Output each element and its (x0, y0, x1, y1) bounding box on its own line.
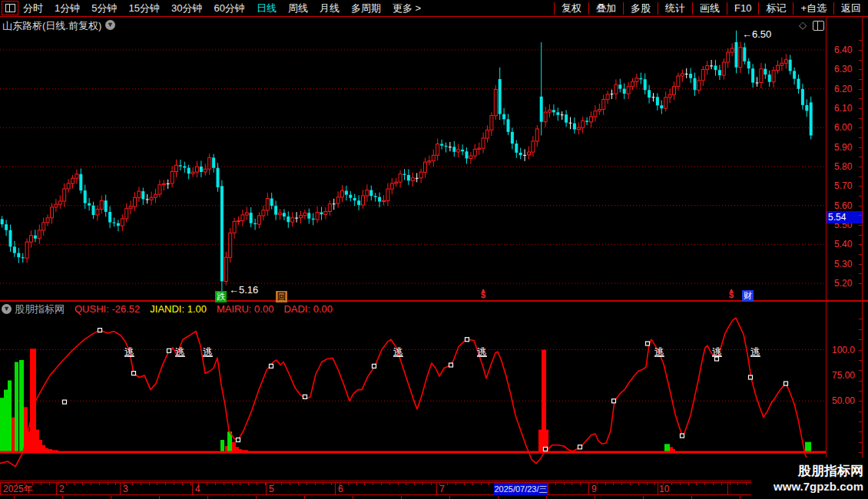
date-tick (713, 483, 714, 485)
date-label-5: 5 (269, 484, 274, 495)
bottom-tick (595, 496, 595, 499)
date-tick (356, 483, 357, 485)
svg-text:逃: 逃 (750, 346, 760, 358)
period-tab-1分钟[interactable]: 1分钟 (55, 2, 80, 15)
date-tick (638, 483, 639, 485)
price-tick (859, 196, 862, 197)
date-label-2: 2 (59, 484, 65, 495)
layout-icon-button[interactable] (2, 1, 18, 15)
date-tick (439, 483, 440, 485)
price-tick (859, 98, 862, 99)
period-tab-月线[interactable]: 月线 (320, 2, 340, 15)
panel-separator[interactable] (0, 300, 868, 302)
price-axis-label: 5.40 (834, 239, 852, 250)
date-label-4: 4 (195, 484, 200, 495)
layout-icon (5, 4, 15, 12)
price-tick (859, 147, 862, 148)
period-tab-30分钟[interactable]: 30分钟 (171, 2, 202, 15)
price-axis-label: 5.20 (834, 278, 852, 289)
tool-返回[interactable]: 返回 (833, 2, 868, 15)
date-tick (74, 483, 75, 485)
indicator-tick (859, 370, 862, 371)
period-tab-更多 >[interactable]: 更多 > (393, 2, 421, 15)
title-chevron-down-icon[interactable]: ▼ (105, 20, 115, 30)
tool-多股[interactable]: 多股 (623, 2, 658, 15)
tool-复权[interactable]: 复权 (554, 2, 588, 15)
indicator-tick (859, 401, 862, 402)
price-axis-label: 6.00 (834, 122, 852, 133)
date-tick (481, 483, 482, 485)
tool-标记[interactable]: 标记 (758, 2, 793, 15)
date-tick (265, 483, 266, 485)
period-tab-5分钟[interactable]: 5分钟 (91, 2, 117, 15)
price-axis-label: 6.20 (834, 84, 852, 94)
price-axis-label: 5.90 (834, 142, 852, 153)
date-tick (663, 483, 664, 485)
top-menubar: 分时1分钟5分钟15分钟30分钟60分钟日线周线月线多周期更多 > 复权叠加多股… (0, 0, 868, 17)
period-tab-日线[interactable]: 日线 (257, 2, 277, 15)
bottom-tick (401, 496, 402, 499)
tool-叠加[interactable]: 叠加 (588, 2, 623, 15)
price-tick (859, 206, 862, 207)
date-tick (16, 483, 17, 485)
price-axis-label: 6.10 (834, 103, 852, 114)
date-tick (564, 483, 565, 485)
indicator-tick (859, 421, 862, 422)
svg-text:逃: 逃 (477, 346, 487, 358)
price-tick (859, 89, 862, 90)
date-tick (290, 483, 290, 485)
period-tab-周线[interactable]: 周线 (288, 2, 308, 15)
date-tick (331, 483, 332, 485)
date-tick (207, 483, 207, 485)
period-tab-60分钟[interactable]: 60分钟 (214, 2, 244, 15)
date-tick (472, 483, 473, 485)
date-tick (174, 483, 174, 485)
period-tab-分时[interactable]: 分时 (23, 2, 43, 15)
indicator-chevron-down-icon[interactable]: ▼ (2, 304, 12, 314)
date-separator (120, 483, 121, 495)
date-tick (91, 483, 91, 485)
indicator-name: 股朋指标网 (15, 302, 65, 316)
bottom-tick (159, 496, 160, 499)
tool-+自选[interactable]: +自选 (793, 2, 833, 15)
date-tick (704, 483, 705, 485)
period-tab-多周期[interactable]: 多周期 (351, 2, 381, 15)
date-tick (737, 483, 738, 485)
svg-text:逃: 逃 (393, 346, 403, 358)
price-axis-label: 5.60 (834, 200, 852, 211)
price-tick (859, 50, 862, 51)
date-label-10: 10 (659, 484, 669, 495)
bottom-tick (256, 496, 257, 499)
indicator-chart: 逃逃逃逃逃逃逃逃 (0, 316, 826, 481)
indicator-tick (859, 319, 862, 319)
tool-统计[interactable]: 统计 (658, 2, 692, 15)
date-tick (398, 483, 399, 485)
tool-F10[interactable]: F10 (727, 2, 758, 15)
date-tick (621, 483, 622, 485)
date-tick (464, 483, 465, 485)
date-tick (721, 483, 722, 485)
low-price-annotation: ←5.16 (229, 284, 258, 296)
price-tick (859, 167, 862, 167)
period-tab-15分钟[interactable]: 15分钟 (128, 2, 159, 15)
toolbar: 复权叠加多股统计画线F10标记+自选返回 (554, 0, 868, 16)
date-tick (696, 483, 697, 485)
selected-date-badge: 2025/07/23/三 (494, 483, 548, 495)
date-tick (489, 483, 489, 485)
date-label-2025年: 2025年 (3, 484, 33, 495)
date-tick (240, 483, 240, 485)
date-separator (335, 483, 336, 495)
date-label-3: 3 (123, 484, 128, 495)
price-axis-label: 6.30 (834, 64, 852, 74)
price-tick (859, 264, 862, 265)
date-tick (25, 483, 25, 485)
panel-split-icon[interactable] (813, 21, 824, 31)
date-axis[interactable]: 2025/07/23/三 2025年234567910 (0, 482, 826, 495)
date-tick (389, 483, 390, 485)
date-tick (165, 483, 166, 485)
tool-画线[interactable]: 画线 (692, 2, 727, 15)
finance-news-badge: 财 (742, 290, 754, 302)
dollar-signal-marker: ▲ $ (727, 288, 736, 297)
diamond-icon[interactable]: ◇ (799, 19, 807, 31)
date-separator (266, 483, 267, 495)
